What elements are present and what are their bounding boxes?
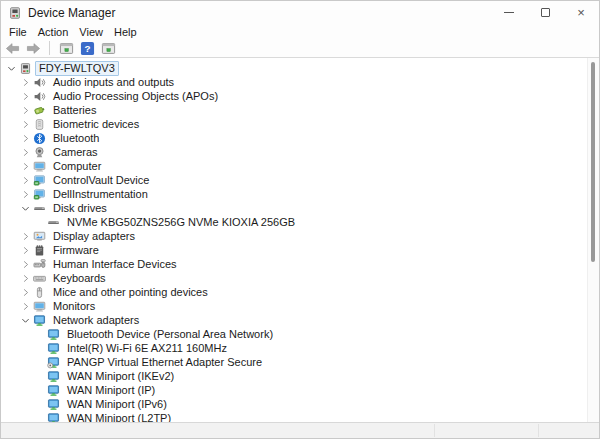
tree-item-label: Network adapters: [49, 313, 143, 328]
speaker-icon: [32, 76, 46, 89]
close-button[interactable]: ×: [563, 1, 599, 24]
chevron-right-icon[interactable]: [19, 76, 32, 89]
statusbar: [1, 422, 599, 438]
fingerprint-icon: [32, 118, 46, 131]
tree-item[interactable]: Disk drives: [1, 201, 587, 215]
tree-item-label: WAN Miniport (IP): [63, 383, 159, 398]
help-button[interactable]: ?: [79, 40, 95, 56]
menu-view[interactable]: View: [79, 26, 103, 38]
toolbar-separator: [49, 41, 50, 55]
tree-item[interactable]: Bluetooth Device (Personal Area Network): [1, 327, 587, 341]
chevron-right-icon[interactable]: [19, 132, 32, 145]
chevron-right-icon[interactable]: [19, 160, 32, 173]
chevron-right-icon[interactable]: [19, 174, 32, 187]
chevron-down-icon[interactable]: [19, 314, 32, 327]
system-device-icon: [32, 174, 46, 187]
camera-icon: [32, 146, 46, 159]
tree-item[interactable]: Audio inputs and outputs: [1, 75, 587, 89]
tree-item[interactable]: Biometric devices: [1, 117, 587, 131]
network-adapter-badge-icon: [46, 356, 60, 369]
tree-item[interactable]: Cameras: [1, 145, 587, 159]
chevron-spacer: [33, 370, 46, 383]
tree-item[interactable]: Mice and other pointing devices: [1, 285, 587, 299]
chevron-down-icon[interactable]: [5, 62, 18, 75]
tree-item-label: Firmware: [49, 243, 103, 258]
minimize-button[interactable]: [491, 1, 527, 24]
maximize-button[interactable]: [527, 1, 563, 24]
tree-item[interactable]: WAN Miniport (IKEv2): [1, 369, 587, 383]
tree-item-label: Monitors: [49, 299, 99, 314]
tree-item[interactable]: DellInstrumentation: [1, 187, 587, 201]
bluetooth-icon: [32, 132, 46, 145]
content-area: FDY-FWLTQV3Audio inputs and outputsAudio…: [1, 58, 599, 422]
network-adapter-icon: [46, 370, 60, 383]
firmware-icon: [32, 244, 46, 257]
chevron-right-icon[interactable]: [19, 104, 32, 117]
back-icon: [5, 41, 20, 56]
tree-item[interactable]: WAN Miniport (IPv6): [1, 397, 587, 411]
disk-icon: [32, 202, 46, 215]
system-device-icon: [32, 188, 46, 201]
tree-item-label: PANGP Virtual Ethernet Adapter Secure: [63, 355, 266, 370]
chevron-spacer: [33, 356, 46, 369]
tree-item[interactable]: Keyboards: [1, 271, 587, 285]
chevron-right-icon[interactable]: [19, 258, 32, 271]
tree-item[interactable]: NVMe KBG50ZNS256G NVMe KIOXIA 256GB: [1, 215, 587, 229]
forward-button[interactable]: [25, 40, 41, 56]
chevron-right-icon[interactable]: [19, 146, 32, 159]
statusbar-divider: [538, 424, 539, 437]
tree-item-label: FDY-FWLTQV3: [35, 61, 119, 76]
tree-item[interactable]: ControlVault Device: [1, 173, 587, 187]
menubar: File Action View Help: [1, 24, 599, 39]
chevron-right-icon[interactable]: [19, 188, 32, 201]
forward-icon: [26, 41, 41, 56]
tree-item-label: NVMe KBG50ZNS256G NVMe KIOXIA 256GB: [63, 215, 299, 230]
chevron-right-icon[interactable]: [19, 286, 32, 299]
chevron-right-icon[interactable]: [19, 244, 32, 257]
tree-item[interactable]: WAN Miniport (IP): [1, 383, 587, 397]
tree-item-label: Cameras: [49, 145, 102, 160]
tree-item[interactable]: Network adapters: [1, 313, 587, 327]
properties-window-button[interactable]: [100, 40, 116, 56]
network-adapter-icon: [46, 398, 60, 411]
device-tree: FDY-FWLTQV3Audio inputs and outputsAudio…: [1, 58, 587, 422]
tree-item[interactable]: Firmware: [1, 243, 587, 257]
device-manager-icon: [18, 62, 32, 75]
tree-item[interactable]: WAN Miniport (L2TP): [1, 411, 587, 422]
menu-help[interactable]: Help: [114, 26, 137, 38]
tree-item-label: Batteries: [49, 103, 100, 118]
properties-window-icon: [101, 41, 116, 56]
tree-item[interactable]: Human Interface Devices: [1, 257, 587, 271]
tree-item[interactable]: Display adapters: [1, 229, 587, 243]
vertical-scrollbar[interactable]: [587, 58, 599, 422]
tree-item[interactable]: Bluetooth: [1, 131, 587, 145]
menu-action[interactable]: Action: [38, 26, 69, 38]
chevron-right-icon[interactable]: [19, 118, 32, 131]
chevron-right-icon[interactable]: [19, 272, 32, 285]
tree-item[interactable]: Computer: [1, 159, 587, 173]
titlebar: Device Manager ×: [1, 1, 599, 24]
tree-item[interactable]: Monitors: [1, 299, 587, 313]
tree-item-label: Intel(R) Wi-Fi 6E AX211 160MHz: [63, 341, 231, 356]
chevron-right-icon[interactable]: [19, 230, 32, 243]
maximize-icon: [541, 8, 550, 17]
menu-file[interactable]: File: [9, 26, 27, 38]
display-adapter-icon: [32, 230, 46, 243]
chevron-down-icon[interactable]: [19, 202, 32, 215]
tree-item[interactable]: Batteries: [1, 103, 587, 117]
tree-item[interactable]: Audio Processing Objects (APOs): [1, 89, 587, 103]
tree-item[interactable]: Intel(R) Wi-Fi 6E AX211 160MHz: [1, 341, 587, 355]
console-window-button[interactable]: [58, 40, 74, 56]
chevron-right-icon[interactable]: [19, 90, 32, 103]
tree-item[interactable]: PANGP Virtual Ethernet Adapter Secure: [1, 355, 587, 369]
chevron-spacer: [33, 412, 46, 423]
tree-item-label: Bluetooth Device (Personal Area Network): [63, 327, 277, 342]
scrollbar-thumb[interactable]: [591, 62, 595, 262]
tree-item-label: Disk drives: [49, 201, 111, 216]
back-button[interactable]: [4, 40, 20, 56]
chevron-spacer: [33, 216, 46, 229]
network-adapter-icon: [46, 328, 60, 341]
tree-item[interactable]: FDY-FWLTQV3: [1, 61, 587, 75]
chevron-right-icon[interactable]: [19, 300, 32, 313]
network-adapter-icon: [46, 342, 60, 355]
